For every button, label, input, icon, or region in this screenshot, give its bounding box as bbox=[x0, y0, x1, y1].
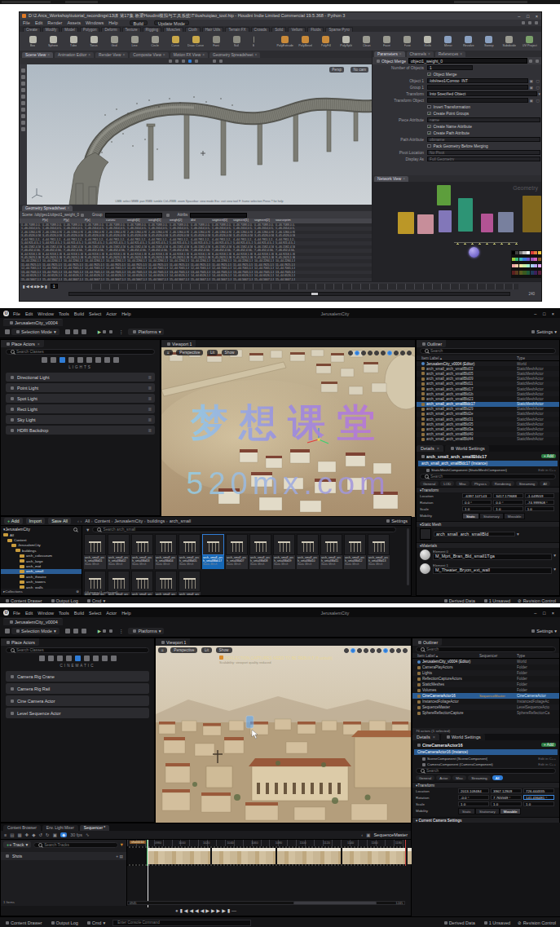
details-filter[interactable]: General bbox=[416, 775, 434, 780]
transform-section-header[interactable]: ▾ Transform bbox=[417, 487, 559, 492]
viewport-persp-button[interactable]: Persp bbox=[329, 67, 344, 73]
details-filter[interactable]: General bbox=[420, 481, 439, 486]
lights-icon[interactable] bbox=[57, 656, 63, 661]
unsaved-button[interactable]: 1 Unsaved bbox=[483, 598, 510, 603]
add-component-button[interactable]: + Add bbox=[541, 454, 556, 458]
asset-tile[interactable]: arch_small_arch_smallBld11Static Mesh bbox=[320, 534, 342, 569]
filter-icon[interactable]: ▼ bbox=[120, 842, 124, 847]
breadcrumb-item[interactable]: buildings bbox=[148, 519, 168, 523]
houdini-shelf-tool[interactable]: Curve bbox=[165, 36, 185, 47]
add-component-button[interactable]: + Add bbox=[541, 743, 556, 747]
save-all-button[interactable]: Save All bbox=[48, 518, 71, 524]
material-dropdown[interactable]: M_Mprt_Bran_Bld_small1Tga bbox=[433, 554, 552, 560]
scale-x-field[interactable]: 1.0 bbox=[458, 801, 489, 806]
network-box[interactable] bbox=[458, 198, 473, 232]
refresh-icon[interactable] bbox=[81, 214, 84, 217]
palette-swatch[interactable] bbox=[515, 251, 518, 254]
houdini-shelf-tool[interactable]: Null bbox=[227, 36, 246, 47]
select-tool-icon[interactable] bbox=[169, 60, 172, 63]
col-type[interactable]: Type bbox=[517, 356, 559, 360]
rotate-toggle-icon[interactable] bbox=[357, 648, 362, 653]
outliner-row[interactable]: arch_small_arch_smallBld11 StaticMeshAct… bbox=[417, 382, 559, 386]
level-tab[interactable]: JerusalemCity_v0004 bbox=[3, 618, 63, 625]
asset-tile[interactable]: arch_small_arch_smallBldc17Static Mesh bbox=[202, 534, 224, 569]
col-type[interactable]: Type bbox=[517, 654, 559, 658]
houdini-shelf-tool[interactable]: Draw Curve bbox=[186, 36, 205, 47]
palette-swatch[interactable] bbox=[512, 271, 515, 274]
details-filter[interactable]: Physics bbox=[471, 481, 490, 486]
outliner-row[interactable]: SphereReflectionCapture SphereReflection… bbox=[412, 710, 559, 716]
shot-thumbnail[interactable] bbox=[342, 848, 406, 864]
palette-swatch[interactable] bbox=[512, 264, 515, 267]
unreal-logo-icon[interactable]: U bbox=[3, 610, 9, 616]
outliner-row[interactable]: arch_small_arch_smallBld31 StaticMeshAct… bbox=[417, 417, 559, 422]
ue-menu-item[interactable]: Build bbox=[74, 611, 84, 616]
all-icon[interactable] bbox=[113, 357, 119, 363]
asset-tile[interactable]: arch_small_arch_smallBld09Static Mesh bbox=[273, 534, 295, 569]
selection-mode-dropdown[interactable]: Selection Mode▾ bbox=[11, 628, 60, 634]
palette-swatch[interactable] bbox=[519, 271, 523, 274]
shade-mode-icon[interactable] bbox=[213, 60, 216, 63]
frame-skip-icon[interactable] bbox=[103, 330, 106, 333]
cb-scrollbar[interactable] bbox=[407, 528, 409, 585]
details-filter[interactable]: All bbox=[540, 481, 550, 486]
houdini-menu-item[interactable]: Help bbox=[108, 20, 117, 25]
outliner-row[interactable]: arch_small_arch_smallBld23 StaticMeshAct… bbox=[417, 396, 559, 401]
actions-icon[interactable]: ▣ bbox=[53, 832, 57, 837]
checkbox[interactable] bbox=[427, 125, 431, 129]
palette-swatch[interactable] bbox=[534, 264, 537, 267]
playback-range-slider[interactable] bbox=[68, 292, 510, 296]
instance-row[interactable]: arch_small_arch_smallBldc17 (Instance) bbox=[418, 461, 558, 466]
breadcrumb-item[interactable]: JerusalemCity bbox=[114, 519, 145, 523]
render-movie-icon[interactable]: ◆ bbox=[32, 832, 35, 837]
content-drawer-button[interactable]: Content Drawer bbox=[4, 920, 42, 925]
parameter-row[interactable]: Path Attribute objname ▾ ▣ ▢ bbox=[373, 136, 542, 143]
outliner-row[interactable]: InstancedFoliageActor InstancedFoliageAc bbox=[412, 699, 559, 704]
outliner-row[interactable]: arch_small_arch_smallBld1b StaticMeshAct… bbox=[417, 391, 559, 396]
breadcrumb-item[interactable]: arch_small bbox=[170, 519, 192, 523]
all-icon[interactable] bbox=[111, 656, 117, 661]
houdini-shelf-tool[interactable]: Mirror bbox=[439, 36, 458, 47]
viewport-menu-icon[interactable]: ≡ bbox=[164, 350, 173, 355]
add-track-button[interactable]: + + Track▾ bbox=[3, 841, 31, 848]
rotation-x-field[interactable]: -0.0 ° bbox=[458, 795, 489, 800]
scale-toggle-icon[interactable] bbox=[368, 351, 373, 355]
track-search[interactable] bbox=[33, 842, 117, 848]
transform-icon[interactable] bbox=[65, 629, 70, 633]
shapes-icon[interactable] bbox=[66, 656, 72, 661]
scale-snap-icon[interactable] bbox=[396, 648, 401, 653]
viewport-menu-icon[interactable]: ≡ bbox=[158, 647, 167, 653]
grid-snap-icon[interactable] bbox=[383, 648, 388, 653]
scale-icon[interactable] bbox=[82, 629, 86, 633]
spreadsheet-tab[interactable]: Geometry Spreadsheet× bbox=[22, 205, 73, 211]
houdini-menu-item[interactable]: Edit bbox=[35, 20, 42, 25]
parameter-row[interactable]: Invert Transformation ▾ ▣ ▢ bbox=[373, 104, 542, 110]
pose-icon[interactable] bbox=[21, 101, 25, 105]
place-search[interactable] bbox=[6, 349, 155, 355]
ue-menu-item[interactable]: Edit bbox=[25, 611, 33, 616]
gear-icon[interactable] bbox=[536, 60, 539, 63]
parameter-row[interactable]: Transform Into Specified Object ▾ ▣ ▢ bbox=[373, 90, 542, 97]
outliner-row[interactable]: Volumes Folder bbox=[412, 687, 559, 693]
houdini-pane-tab[interactable]: Render View× bbox=[95, 52, 128, 58]
houdini-shelf-tool[interactable]: Font bbox=[206, 36, 226, 47]
show-dropdown[interactable]: Show bbox=[222, 350, 238, 355]
checkbox[interactable] bbox=[427, 144, 431, 148]
param-pane-tab[interactable]: Channels× bbox=[407, 51, 434, 57]
parameter-row[interactable]: Piece Attribute name ▾ ▣ ▢ bbox=[373, 117, 542, 123]
dock-tab[interactable]: Sequencer * bbox=[80, 825, 109, 831]
select-icon[interactable] bbox=[21, 75, 25, 79]
palette-swatch[interactable] bbox=[512, 251, 515, 254]
place-actor-item[interactable]: Spot Light ≣ bbox=[6, 394, 155, 403]
asset-tile[interactable]: arch_small_arch_smallBld16Static Mesh bbox=[131, 571, 153, 595]
static-mesh-dropdown[interactable]: arch_small_arch_smallBld bbox=[434, 532, 515, 536]
houdini-shelf-tool[interactable]: UV Project bbox=[520, 36, 540, 47]
handles-tool-icon[interactable] bbox=[188, 60, 192, 63]
lights-icon[interactable] bbox=[60, 357, 65, 363]
shots-track[interactable]: Shots + ▤ bbox=[1, 852, 126, 860]
place-actor-item[interactable]: Point Light ≣ bbox=[6, 383, 155, 392]
place-actor-item[interactable]: Sky Light ≣ bbox=[6, 415, 155, 424]
geometry-icon[interactable] bbox=[95, 357, 101, 363]
cinematic-icon[interactable] bbox=[75, 656, 81, 661]
world-toggle-icon[interactable] bbox=[374, 351, 379, 355]
